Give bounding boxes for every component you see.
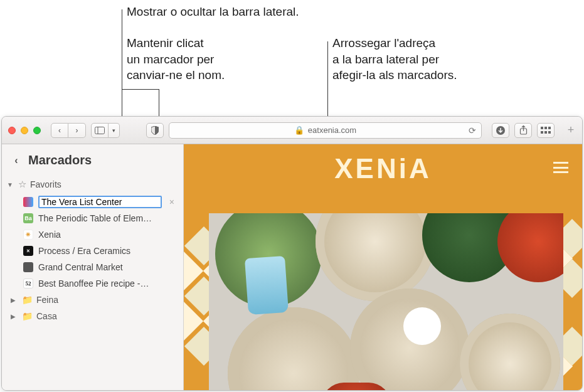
delete-bookmark-button[interactable]: × [167, 197, 177, 207]
disclosure-triangle-icon: ▼ [7, 181, 14, 188]
chevron-right-icon: › [76, 126, 78, 135]
sidebar-back-button[interactable]: ‹ [9, 154, 23, 167]
shield-icon [151, 126, 159, 135]
favorites-header[interactable]: ▼ ☆ Favorits [2, 176, 183, 193]
bookmark-item[interactable]: 52 Best Banoffee Pie recipe -… [2, 275, 183, 292]
svg-rect-9 [548, 131, 551, 134]
favicon: ✳ [23, 230, 33, 240]
star-icon: ☆ [18, 179, 26, 190]
favicon: 52 [23, 278, 33, 289]
address-bar[interactable]: 🔒 eatxenia.com ⟳ [169, 122, 482, 139]
tabs-icon [541, 127, 551, 134]
favicon [23, 262, 33, 272]
body-area: ‹ Marcadors ▼ ☆ Favorits The Vera List C… [2, 144, 582, 390]
bookmark-label-editing[interactable]: The Vera List Center [38, 196, 162, 208]
lock-icon: 🔒 [294, 125, 304, 135]
sidebar-icon [95, 127, 105, 134]
hamburger-icon [553, 162, 568, 164]
fullscreen-window-button[interactable] [33, 127, 41, 134]
new-tab-button[interactable]: + [562, 117, 580, 144]
bookmark-folder[interactable]: ▶ 📁 Casa [2, 308, 183, 324]
svg-rect-7 [541, 131, 543, 134]
chevron-down-icon: ▾ [112, 127, 115, 134]
disclosure-triangle-icon: ▶ [11, 297, 18, 304]
sidebar-toggle-button[interactable] [91, 123, 109, 138]
sidebar-title-row: ‹ Marcadors [2, 149, 183, 176]
hero-image [209, 213, 563, 390]
folder-icon: 📁 [22, 295, 33, 305]
bookmark-list: The Vera List Center × Ba The Periodic T… [2, 193, 183, 324]
download-icon [496, 125, 506, 135]
forward-button[interactable]: › [68, 123, 86, 138]
callouts-layer: Mostrar o ocultar la barra lateral. Mant… [0, 0, 584, 116]
bookmark-item[interactable]: Ba The Periodic Table of Elem… [2, 210, 183, 226]
close-window-button[interactable] [8, 127, 16, 134]
bookmark-item[interactable]: The Vera List Center × [2, 194, 183, 210]
privacy-button[interactable] [146, 123, 164, 138]
reload-button[interactable]: ⟳ [469, 125, 476, 135]
sidebar: ‹ Marcadors ▼ ☆ Favorits The Vera List C… [2, 144, 184, 390]
plus-icon: + [568, 124, 575, 137]
bookmark-item[interactable]: Grand Central Market [2, 259, 183, 275]
folder-label: Casa [36, 311, 57, 321]
url-text: eatxenia.com [308, 125, 356, 135]
share-icon [519, 125, 528, 135]
downloads-button[interactable] [492, 123, 509, 138]
site-menu-button[interactable] [553, 162, 568, 173]
bookmark-label: Process / Era Ceramics [38, 246, 177, 256]
toolbar: ‹ › ▾ 🔒 eatxenia.com ⟳ [2, 117, 582, 144]
bookmark-label: The Periodic Table of Elem… [38, 213, 177, 223]
svg-rect-8 [544, 131, 547, 134]
favorites-label: Favorits [30, 179, 61, 189]
svg-rect-0 [95, 127, 105, 134]
favicon [23, 197, 33, 207]
browser-window: ‹ › ▾ 🔒 eatxenia.com ⟳ [1, 116, 583, 391]
bookmark-label: Best Banoffee Pie recipe -… [38, 278, 177, 289]
callout-sidebar-toggle: Mostrar o ocultar la barra lateral. [127, 4, 299, 20]
hero-header: XENiA [184, 144, 582, 193]
share-button[interactable] [514, 123, 532, 138]
tabs-button[interactable] [537, 123, 555, 138]
favicon: Ba [23, 213, 33, 223]
svg-rect-5 [544, 127, 547, 129]
svg-rect-4 [541, 127, 543, 129]
bookmark-label: Xenia [38, 230, 177, 240]
sidebar-title: Marcadors [28, 153, 92, 167]
web-content: XENiA [184, 144, 582, 390]
chevron-left-icon: ‹ [58, 126, 61, 135]
disclosure-triangle-icon: ▶ [11, 313, 18, 320]
folder-label: Feina [36, 295, 58, 305]
bookmark-label: Grand Central Market [38, 262, 177, 272]
svg-rect-6 [548, 127, 551, 129]
sidebar-menu-button[interactable]: ▾ [109, 123, 120, 138]
nav-group: ‹ › [51, 123, 86, 138]
callout-drag-url: Arrossegar l'adreça a la barra lateral p… [332, 35, 457, 83]
callout-rename: Mantenir clicat un marcador per canviar-… [127, 35, 225, 83]
minimize-window-button[interactable] [21, 127, 28, 134]
window-controls [8, 127, 41, 134]
brand-logo: XENiA [334, 153, 431, 184]
back-button[interactable]: ‹ [51, 123, 68, 138]
bookmark-item[interactable]: × Process / Era Ceramics [2, 243, 183, 259]
folder-icon: 📁 [22, 311, 33, 321]
bookmark-folder[interactable]: ▶ 📁 Feina [2, 292, 183, 308]
bookmark-item[interactable]: ✳ Xenia [2, 226, 183, 243]
favicon: × [23, 246, 33, 256]
sidebar-toggle-group: ▾ [91, 123, 120, 138]
